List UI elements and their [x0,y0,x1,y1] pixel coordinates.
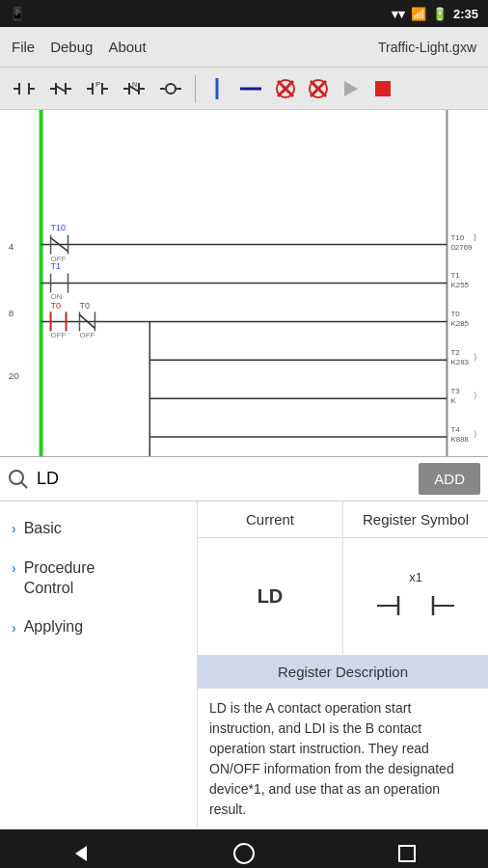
chevron-basic-icon: › [12,521,16,536]
sidebar: › Basic › ProcedureControl › Applying [0,502,198,829]
run-button[interactable] [337,73,366,104]
current-header: Current [198,502,343,537]
register-header: Current Register Symbol [198,502,488,538]
svg-text:T0: T0 [79,301,89,311]
symbol-header: Register Symbol [343,502,488,537]
contact-nc-button[interactable] [44,73,77,104]
svg-text:T2: T2 [450,348,460,357]
time-display: 2:35 [453,7,478,21]
svg-text:K888: K888 [450,435,469,444]
contact-no-button[interactable] [8,73,41,104]
svg-text:20: 20 [9,370,20,381]
svg-text:K285: K285 [450,319,469,328]
delete-button[interactable] [271,73,300,104]
contact-neg-button[interactable]: N [118,73,150,104]
svg-line-103 [21,482,27,488]
svg-text:N: N [132,81,137,88]
horizontal-line-button[interactable] [234,73,267,104]
status-left: 📱 [10,7,25,21]
recents-button[interactable] [395,842,419,865]
chevron-procedure-icon: › [12,560,16,576]
status-right: ▾▾ 📶 🔋 2:35 [392,7,478,21]
chevron-applying-icon: › [12,620,16,636]
register-desc-header: Register Description [198,656,488,689]
svg-rect-110 [399,846,415,861]
coil-button[interactable] [154,73,187,104]
svg-text:T0: T0 [51,301,61,311]
sidebar-applying-label: Applying [24,617,83,637]
svg-text:OFF: OFF [79,331,95,339]
svg-text:T1: T1 [51,261,61,271]
svg-point-102 [10,471,23,484]
home-button[interactable] [232,842,256,865]
menu-bar: File Debug About Traffic-Light.gxw [0,27,488,68]
sidebar-item-procedure-control[interactable]: › ProcedureControl [0,549,197,609]
search-icon [8,469,29,490]
svg-text:K: K [450,396,456,405]
register-data-row: LD x1 [198,538,488,656]
svg-marker-108 [75,846,87,861]
svg-marker-31 [344,81,358,96]
svg-text:⟩: ⟩ [474,233,476,242]
svg-text:K283: K283 [450,358,469,366]
current-value-cell: LD [198,538,343,655]
svg-rect-32 [375,81,391,96]
svg-text:T4: T4 [450,425,460,434]
sidebar-item-basic[interactable]: › Basic [0,509,197,549]
svg-text:02769: 02769 [450,243,473,252]
menu-file[interactable]: File [12,39,35,55]
vertical-line-button[interactable] [203,73,230,104]
battery-icon: 🔋 [432,7,447,21]
menu-debug[interactable]: Debug [50,39,93,55]
svg-text:T1: T1 [450,272,460,281]
toolbar-divider-1 [195,75,196,102]
svg-text:P: P [95,80,100,89]
svg-point-109 [234,844,254,863]
contact-pos-button[interactable]: P [81,73,114,104]
sidebar-item-applying[interactable]: › Applying [0,608,197,647]
sidebar-basic-label: Basic [24,519,62,539]
svg-text:⟩: ⟩ [474,429,477,439]
svg-text:K255: K255 [450,281,469,289]
add-button[interactable]: ADD [419,463,480,495]
signal-icon: 📶 [411,7,426,21]
svg-text:T3: T3 [450,387,460,395]
wifi-icon: ▾▾ [392,7,405,21]
menu-about[interactable]: About [108,39,146,55]
register-desc-body: LD is the A contact operation start inst… [198,689,488,829]
svg-text:OFF: OFF [51,331,67,339]
svg-text:T0: T0 [450,310,460,318]
symbol-x1-label: x1 [409,570,422,584]
delete2-button[interactable] [304,73,333,104]
svg-text:T10: T10 [450,233,464,242]
window-title: Traffic-Light.gxw [378,40,476,55]
svg-text:⟩: ⟩ [474,391,477,400]
sim-icon: 📱 [10,7,25,21]
status-bar: 📱 ▾▾ 📶 🔋 2:35 [0,0,488,27]
toolbar: P N [0,68,488,110]
svg-point-21 [166,84,176,94]
svg-line-8 [56,86,66,92]
svg-text:ON: ON [51,292,63,301]
register-panel: Current Register Symbol LD x1 Regi [198,502,488,829]
ladder-diagram: 4 8 20 29 T10 OFF T10 ⟩ 02769 T1 ON T1 K… [0,110,488,457]
stop-button[interactable] [369,73,396,104]
search-bar: ADD [0,457,488,502]
sidebar-procedure-label: ProcedureControl [24,558,95,599]
bottom-panel: › Basic › ProcedureControl › Applying Cu… [0,502,488,829]
svg-text:8: 8 [9,308,14,318]
svg-text:⟩: ⟩ [474,352,477,362]
svg-text:4: 4 [9,241,14,252]
nav-bar [0,829,488,868]
search-input[interactable] [37,469,411,489]
svg-text:T10: T10 [51,223,66,232]
ld-symbol-svg [377,588,454,623]
symbol-cell: x1 [343,538,488,655]
back-button[interactable] [69,842,93,865]
